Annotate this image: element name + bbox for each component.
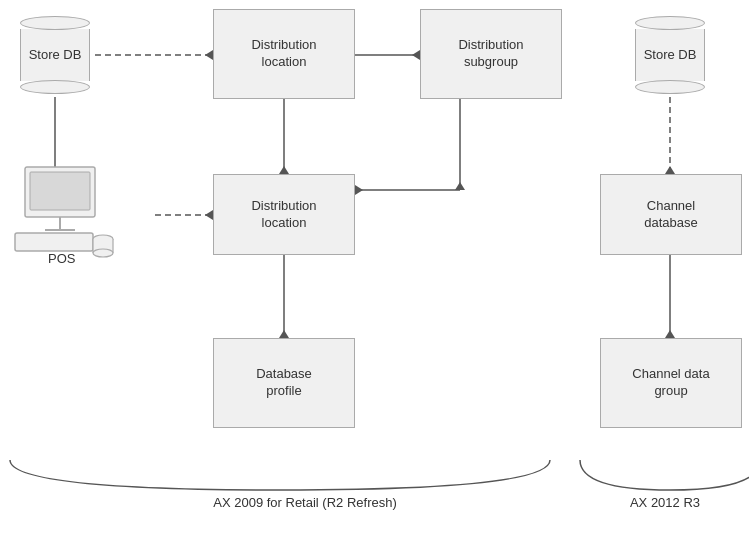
dist-subgroup-label: Distributionsubgroup [458, 37, 523, 71]
channel-database: Channeldatabase [600, 174, 742, 255]
svg-point-28 [93, 249, 113, 257]
label-ax2012: AX 2012 R3 [590, 495, 740, 510]
channel-data-group-label: Channel datagroup [632, 366, 709, 400]
cylinder-body-left: Store DB [20, 29, 90, 81]
dist-location-top: Distributionlocation [213, 9, 355, 99]
database-profile-label: Databaseprofile [256, 366, 312, 400]
svg-marker-13 [355, 185, 363, 195]
database-profile: Databaseprofile [213, 338, 355, 428]
svg-text:POS: POS [48, 251, 76, 265]
store-db-right: Store DB [635, 16, 705, 94]
cylinder-bottom-left [20, 80, 90, 94]
channel-database-label: Channeldatabase [644, 198, 698, 232]
store-db-left-label: Store DB [29, 47, 82, 64]
store-db-right-label: Store DB [644, 47, 697, 64]
dist-location-top-label: Distributionlocation [251, 37, 316, 71]
dist-subgroup: Distributionsubgroup [420, 9, 562, 99]
cylinder-body-right: Store DB [635, 29, 705, 81]
svg-rect-23 [15, 233, 93, 251]
svg-marker-16 [279, 330, 289, 338]
label-ax2009: AX 2009 for Retail (R2 Refresh) [80, 495, 530, 510]
bottom-braces [0, 450, 749, 538]
cylinder-top-right [635, 16, 705, 30]
pos-computer-svg: POS [10, 165, 120, 265]
dist-location-mid: Distributionlocation [213, 174, 355, 255]
channel-data-group: Channel datagroup [600, 338, 742, 428]
svg-marker-12 [455, 182, 465, 190]
svg-rect-20 [30, 172, 90, 210]
svg-marker-17 [665, 166, 675, 174]
svg-marker-15 [205, 210, 213, 220]
svg-marker-10 [205, 50, 213, 60]
dist-location-mid-label: Distributionlocation [251, 198, 316, 232]
svg-marker-14 [279, 166, 289, 174]
cylinder-top-left [20, 16, 90, 30]
svg-marker-18 [665, 330, 675, 338]
store-db-left: Store DB [20, 16, 90, 94]
svg-marker-11 [412, 50, 420, 60]
cylinder-bottom-right [635, 80, 705, 94]
diagram-container: Store DB Store DB Distributionlocation D… [0, 0, 749, 538]
pos-icon: POS [10, 165, 120, 265]
